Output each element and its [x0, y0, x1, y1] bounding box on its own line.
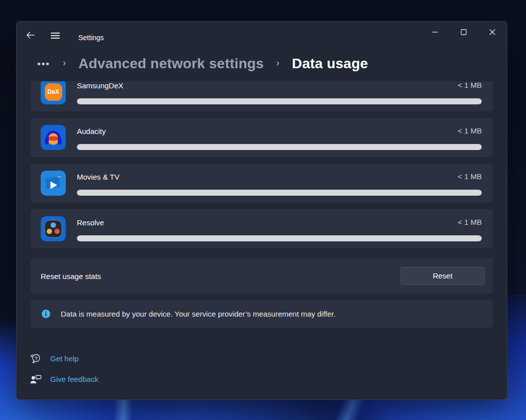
back-arrow-icon: [26, 31, 35, 41]
close-button[interactable]: [478, 22, 506, 43]
get-help-label: Get help: [50, 354, 79, 363]
breadcrumb-advanced-network-settings[interactable]: Advanced network settings: [78, 56, 264, 72]
info-icon: [42, 310, 50, 318]
reset-usage-stats-label: Reset usage stats: [41, 271, 101, 280]
chevron-right-icon: ›: [276, 58, 279, 70]
get-help-link[interactable]: ? Get help: [30, 351, 493, 365]
app-usage-value: < 1 MB: [458, 172, 482, 181]
resolve-icon: [41, 216, 66, 241]
maximize-button[interactable]: [449, 22, 478, 43]
chevron-right-icon: ›: [63, 58, 66, 70]
get-help-icon: ?: [30, 352, 42, 364]
hamburger-icon: [51, 31, 60, 41]
page-title: Data usage: [292, 56, 368, 72]
reset-button[interactable]: Reset: [400, 267, 485, 285]
settings-window: Settings ••• › Advanced network: [16, 21, 507, 400]
reset-usage-stats-row: Reset usage stats Reset: [31, 258, 493, 294]
svg-text:?: ?: [35, 355, 38, 361]
minimize-button[interactable]: [420, 22, 449, 43]
desktop-wallpaper: Settings ••• › Advanced network: [0, 0, 526, 420]
app-usage-row-samsungdex: DeX SamsungDeX < 1 MB: [31, 81, 493, 111]
window-title: Settings: [78, 34, 104, 42]
breadcrumb-overflow-button[interactable]: •••: [37, 58, 50, 69]
back-button[interactable]: [22, 29, 39, 43]
info-bar: Data is measured by your device. Your se…: [31, 300, 493, 328]
app-usage-value: < 1 MB: [458, 126, 482, 135]
info-bar-text: Data is measured by your device. Your se…: [61, 310, 336, 318]
maximize-icon: [461, 29, 467, 37]
app-name: Resolve: [77, 218, 104, 227]
navigation-menu-button[interactable]: [47, 29, 64, 43]
usage-progress-bar: [77, 98, 482, 104]
app-name: Movies & TV: [77, 173, 120, 181]
app-usage-value: < 1 MB: [458, 81, 482, 89]
samsung-dex-icon: DeX: [41, 81, 66, 104]
breadcrumb: ••• › Advanced network settings › Data u…: [37, 53, 368, 75]
give-feedback-icon: [30, 373, 42, 385]
minimize-icon: [432, 29, 438, 37]
usage-progress-bar: [77, 144, 482, 150]
give-feedback-label: Give feedback: [50, 375, 98, 383]
app-name: Audacity: [77, 127, 106, 135]
app-name: SamsungDeX: [77, 81, 124, 90]
footer-links: ? Get help Give feedback: [30, 351, 493, 386]
app-usage-row-resolve: Resolve < 1 MB: [31, 209, 493, 248]
audacity-icon: [41, 125, 66, 150]
usage-progress-bar: [77, 190, 482, 196]
give-feedback-link[interactable]: Give feedback: [30, 372, 493, 386]
movies-tv-icon: [41, 171, 66, 196]
data-usage-app-list: DeX SamsungDeX < 1 MB: [17, 81, 507, 398]
app-usage-row-audacity: Audacity < 1 MB: [31, 118, 493, 157]
usage-progress-bar: [77, 235, 482, 241]
close-icon: [489, 29, 495, 37]
app-usage-row-movies-tv: Movies & TV < 1 MB: [31, 164, 493, 203]
app-usage-value: < 1 MB: [458, 218, 482, 226]
window-controls: [420, 22, 506, 43]
